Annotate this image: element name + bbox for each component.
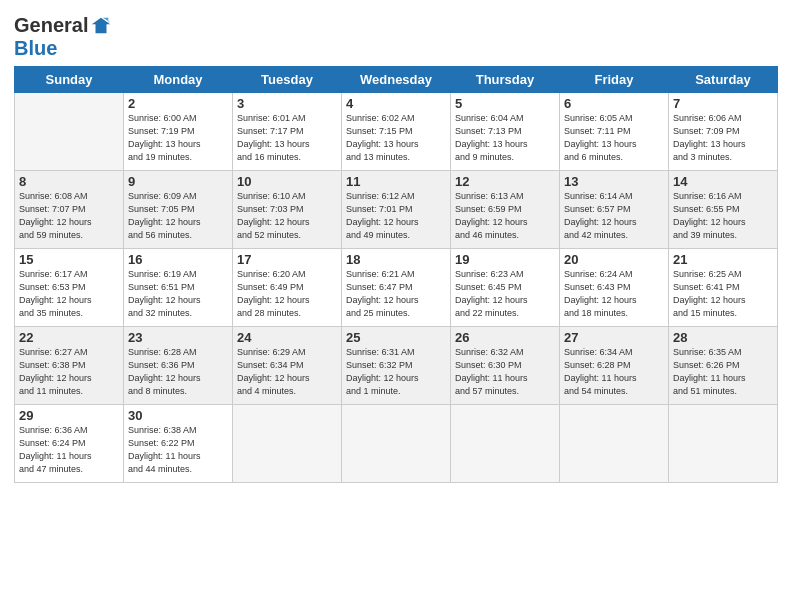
- day-number: 4: [346, 96, 446, 111]
- logo: General Blue: [14, 14, 112, 60]
- day-number: 17: [237, 252, 337, 267]
- weekday-saturday: Saturday: [669, 67, 778, 93]
- weekday-wednesday: Wednesday: [342, 67, 451, 93]
- calendar-cell: 10Sunrise: 6:10 AM Sunset: 7:03 PM Dayli…: [233, 171, 342, 249]
- day-info: Sunrise: 6:34 AM Sunset: 6:28 PM Dayligh…: [564, 346, 664, 398]
- page-header: General Blue: [14, 10, 778, 60]
- day-info: Sunrise: 6:12 AM Sunset: 7:01 PM Dayligh…: [346, 190, 446, 242]
- calendar-cell: 8Sunrise: 6:08 AM Sunset: 7:07 PM Daylig…: [15, 171, 124, 249]
- day-number: 8: [19, 174, 119, 189]
- calendar-cell: 5Sunrise: 6:04 AM Sunset: 7:13 PM Daylig…: [451, 93, 560, 171]
- week-row-4: 29Sunrise: 6:36 AM Sunset: 6:24 PM Dayli…: [15, 405, 778, 483]
- calendar-cell: 16Sunrise: 6:19 AM Sunset: 6:51 PM Dayli…: [124, 249, 233, 327]
- calendar-cell: 6Sunrise: 6:05 AM Sunset: 7:11 PM Daylig…: [560, 93, 669, 171]
- calendar-cell: 22Sunrise: 6:27 AM Sunset: 6:38 PM Dayli…: [15, 327, 124, 405]
- week-row-0: 2Sunrise: 6:00 AM Sunset: 7:19 PM Daylig…: [15, 93, 778, 171]
- logo-general-text: General: [14, 14, 88, 37]
- calendar-cell: [560, 405, 669, 483]
- day-number: 29: [19, 408, 119, 423]
- day-info: Sunrise: 6:24 AM Sunset: 6:43 PM Dayligh…: [564, 268, 664, 320]
- calendar-cell: 9Sunrise: 6:09 AM Sunset: 7:05 PM Daylig…: [124, 171, 233, 249]
- day-info: Sunrise: 6:02 AM Sunset: 7:15 PM Dayligh…: [346, 112, 446, 164]
- day-number: 20: [564, 252, 664, 267]
- day-info: Sunrise: 6:23 AM Sunset: 6:45 PM Dayligh…: [455, 268, 555, 320]
- day-info: Sunrise: 6:01 AM Sunset: 7:17 PM Dayligh…: [237, 112, 337, 164]
- day-number: 13: [564, 174, 664, 189]
- calendar-cell: 25Sunrise: 6:31 AM Sunset: 6:32 PM Dayli…: [342, 327, 451, 405]
- calendar-cell: 3Sunrise: 6:01 AM Sunset: 7:17 PM Daylig…: [233, 93, 342, 171]
- day-number: 27: [564, 330, 664, 345]
- day-info: Sunrise: 6:28 AM Sunset: 6:36 PM Dayligh…: [128, 346, 228, 398]
- day-info: Sunrise: 6:00 AM Sunset: 7:19 PM Dayligh…: [128, 112, 228, 164]
- calendar-cell: 17Sunrise: 6:20 AM Sunset: 6:49 PM Dayli…: [233, 249, 342, 327]
- day-info: Sunrise: 6:09 AM Sunset: 7:05 PM Dayligh…: [128, 190, 228, 242]
- day-number: 21: [673, 252, 773, 267]
- calendar-cell: 24Sunrise: 6:29 AM Sunset: 6:34 PM Dayli…: [233, 327, 342, 405]
- calendar-cell: [342, 405, 451, 483]
- day-number: 23: [128, 330, 228, 345]
- weekday-monday: Monday: [124, 67, 233, 93]
- day-info: Sunrise: 6:17 AM Sunset: 6:53 PM Dayligh…: [19, 268, 119, 320]
- day-number: 11: [346, 174, 446, 189]
- day-number: 5: [455, 96, 555, 111]
- day-number: 19: [455, 252, 555, 267]
- weekday-thursday: Thursday: [451, 67, 560, 93]
- day-number: 28: [673, 330, 773, 345]
- day-number: 14: [673, 174, 773, 189]
- day-info: Sunrise: 6:06 AM Sunset: 7:09 PM Dayligh…: [673, 112, 773, 164]
- day-info: Sunrise: 6:08 AM Sunset: 7:07 PM Dayligh…: [19, 190, 119, 242]
- calendar-cell: 4Sunrise: 6:02 AM Sunset: 7:15 PM Daylig…: [342, 93, 451, 171]
- day-number: 30: [128, 408, 228, 423]
- day-info: Sunrise: 6:13 AM Sunset: 6:59 PM Dayligh…: [455, 190, 555, 242]
- day-number: 24: [237, 330, 337, 345]
- calendar-cell: 19Sunrise: 6:23 AM Sunset: 6:45 PM Dayli…: [451, 249, 560, 327]
- calendar-cell: [451, 405, 560, 483]
- day-info: Sunrise: 6:14 AM Sunset: 6:57 PM Dayligh…: [564, 190, 664, 242]
- calendar-table: SundayMondayTuesdayWednesdayThursdayFrid…: [14, 66, 778, 483]
- week-row-3: 22Sunrise: 6:27 AM Sunset: 6:38 PM Dayli…: [15, 327, 778, 405]
- day-number: 7: [673, 96, 773, 111]
- calendar-cell: 14Sunrise: 6:16 AM Sunset: 6:55 PM Dayli…: [669, 171, 778, 249]
- day-info: Sunrise: 6:20 AM Sunset: 6:49 PM Dayligh…: [237, 268, 337, 320]
- day-info: Sunrise: 6:32 AM Sunset: 6:30 PM Dayligh…: [455, 346, 555, 398]
- day-number: 18: [346, 252, 446, 267]
- day-info: Sunrise: 6:05 AM Sunset: 7:11 PM Dayligh…: [564, 112, 664, 164]
- week-row-1: 8Sunrise: 6:08 AM Sunset: 7:07 PM Daylig…: [15, 171, 778, 249]
- calendar-cell: 7Sunrise: 6:06 AM Sunset: 7:09 PM Daylig…: [669, 93, 778, 171]
- day-info: Sunrise: 6:25 AM Sunset: 6:41 PM Dayligh…: [673, 268, 773, 320]
- day-number: 3: [237, 96, 337, 111]
- calendar-cell: 11Sunrise: 6:12 AM Sunset: 7:01 PM Dayli…: [342, 171, 451, 249]
- day-number: 16: [128, 252, 228, 267]
- weekday-friday: Friday: [560, 67, 669, 93]
- day-info: Sunrise: 6:27 AM Sunset: 6:38 PM Dayligh…: [19, 346, 119, 398]
- calendar-cell: 15Sunrise: 6:17 AM Sunset: 6:53 PM Dayli…: [15, 249, 124, 327]
- calendar-cell: 12Sunrise: 6:13 AM Sunset: 6:59 PM Dayli…: [451, 171, 560, 249]
- page-container: General Blue SundayMondayTuesdayWednesda…: [0, 0, 792, 493]
- day-number: 22: [19, 330, 119, 345]
- day-info: Sunrise: 6:31 AM Sunset: 6:32 PM Dayligh…: [346, 346, 446, 398]
- calendar-cell: 29Sunrise: 6:36 AM Sunset: 6:24 PM Dayli…: [15, 405, 124, 483]
- calendar-cell: [669, 405, 778, 483]
- logo-blue-text: Blue: [14, 37, 57, 60]
- day-number: 2: [128, 96, 228, 111]
- day-info: Sunrise: 6:36 AM Sunset: 6:24 PM Dayligh…: [19, 424, 119, 476]
- day-number: 9: [128, 174, 228, 189]
- day-number: 10: [237, 174, 337, 189]
- day-info: Sunrise: 6:10 AM Sunset: 7:03 PM Dayligh…: [237, 190, 337, 242]
- day-number: 25: [346, 330, 446, 345]
- day-number: 6: [564, 96, 664, 111]
- weekday-sunday: Sunday: [15, 67, 124, 93]
- day-info: Sunrise: 6:38 AM Sunset: 6:22 PM Dayligh…: [128, 424, 228, 476]
- calendar-cell: 23Sunrise: 6:28 AM Sunset: 6:36 PM Dayli…: [124, 327, 233, 405]
- calendar-cell: 28Sunrise: 6:35 AM Sunset: 6:26 PM Dayli…: [669, 327, 778, 405]
- day-number: 26: [455, 330, 555, 345]
- day-info: Sunrise: 6:21 AM Sunset: 6:47 PM Dayligh…: [346, 268, 446, 320]
- calendar-cell: 27Sunrise: 6:34 AM Sunset: 6:28 PM Dayli…: [560, 327, 669, 405]
- weekday-tuesday: Tuesday: [233, 67, 342, 93]
- calendar-cell: 26Sunrise: 6:32 AM Sunset: 6:30 PM Dayli…: [451, 327, 560, 405]
- weekday-header-row: SundayMondayTuesdayWednesdayThursdayFrid…: [15, 67, 778, 93]
- calendar-cell: 13Sunrise: 6:14 AM Sunset: 6:57 PM Dayli…: [560, 171, 669, 249]
- calendar-cell: [15, 93, 124, 171]
- calendar-cell: 18Sunrise: 6:21 AM Sunset: 6:47 PM Dayli…: [342, 249, 451, 327]
- day-info: Sunrise: 6:16 AM Sunset: 6:55 PM Dayligh…: [673, 190, 773, 242]
